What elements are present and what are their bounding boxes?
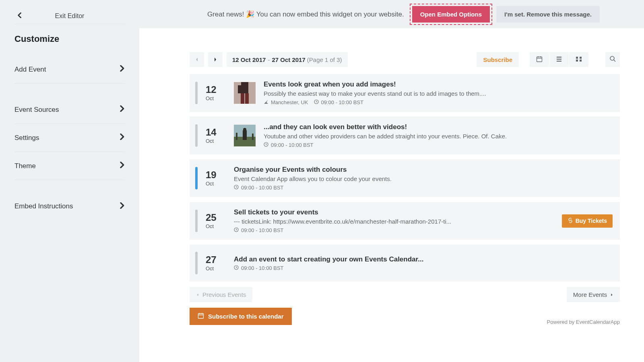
more-events-button[interactable]: More Events [567, 287, 620, 302]
event-card[interactable]: 25OctSell tickets to your events--- tick… [190, 202, 620, 240]
search-icon [609, 56, 616, 64]
clock-icon [264, 142, 268, 148]
powered-by[interactable]: Powered by EventCalendarApp [547, 319, 620, 325]
event-month: Oct [206, 95, 226, 101]
event-title: ...and they can look even better with vi… [264, 123, 613, 131]
event-month: Oct [206, 265, 226, 272]
subscribe-calendar-button[interactable]: Subscribe to this calendar [190, 308, 292, 325]
sidebar-item-add-event[interactable]: Add Event [14, 56, 125, 84]
chevron-right-icon [120, 162, 125, 170]
highlight-frame: Open Embed Options [410, 4, 492, 25]
event-card[interactable]: 14Oct...and they can look even better wi… [190, 117, 620, 154]
prev-page-button[interactable] [190, 52, 204, 67]
svg-rect-8 [580, 57, 582, 59]
event-card[interactable]: 19OctOrganise your Events with coloursEv… [190, 159, 620, 197]
event-thumbnail [234, 125, 256, 146]
event-day: 12 [206, 85, 226, 95]
exit-editor-button[interactable]: Exit Editor [14, 8, 125, 24]
preview-canvas: 12 Oct 2017 - 27 Oct 2017 (Page 1 of 3) … [139, 28, 644, 362]
event-title: Add an event to start creating your own … [234, 255, 613, 263]
footer-bar: Subscribe to this calendar Powered by Ev… [190, 308, 620, 325]
clock-icon [234, 265, 239, 271]
link-icon [568, 218, 573, 224]
previous-events-button[interactable]: Previous Events [190, 287, 252, 302]
event-card[interactable]: 12OctEvents look great when you add imag… [190, 74, 620, 112]
event-time: 09:00 - 10:00 BST [234, 227, 284, 233]
svg-rect-7 [576, 57, 578, 59]
exit-editor-label: Exit Editor [14, 12, 125, 20]
event-meta: Manchester, UK09:00 - 10:00 BST [264, 99, 613, 105]
calendar-icon [198, 313, 204, 320]
sidebar-item-label: Add Event [14, 66, 46, 74]
event-color-strip [195, 167, 198, 189]
svg-rect-15 [241, 93, 244, 104]
event-day: 14 [206, 128, 226, 137]
subscribe-button[interactable]: Subscribe [477, 52, 519, 67]
topbar: Great news! 🎉 You can now embed this wid… [139, 0, 644, 28]
event-card[interactable]: 27OctAdd an event to start creating your… [190, 245, 620, 282]
topbar-message: Great news! 🎉 You can now embed this wid… [207, 10, 404, 19]
sidebar-item-settings[interactable]: Settings [14, 124, 125, 152]
event-day: 27 [206, 255, 226, 265]
more-events-label: More Events [573, 291, 607, 298]
svg-rect-9 [576, 60, 578, 62]
event-color-strip [195, 124, 198, 147]
clock-icon [234, 227, 239, 233]
event-day: 19 [206, 170, 226, 180]
event-color-strip [195, 82, 198, 104]
event-title: Events look great when you add images! [264, 80, 613, 88]
next-page-button[interactable] [208, 52, 223, 67]
event-date: 12Oct [206, 85, 226, 101]
event-thumbnail [234, 82, 256, 104]
event-body: Add an event to start creating your own … [234, 255, 613, 271]
page-info: (Page 1 of 3) [307, 56, 342, 63]
event-body: Events look great when you add images!Po… [264, 80, 613, 105]
date-range[interactable]: 12 Oct 2017 - 27 Oct 2017 (Page 1 of 3) [227, 52, 348, 67]
calendar-view-button[interactable] [530, 52, 549, 67]
event-month: Oct [206, 223, 226, 229]
grid-icon [576, 56, 582, 63]
dismiss-message-button[interactable]: I'm set. Remove this message. [496, 6, 600, 23]
grid-view-button[interactable] [569, 52, 588, 67]
date-to: 27 Oct 2017 [272, 56, 305, 63]
sidebar-item-label: Embed Instructions [14, 202, 73, 210]
svg-rect-24 [252, 134, 254, 140]
event-month: Oct [206, 138, 226, 144]
svg-rect-0 [537, 57, 542, 62]
event-body: ...and they can look even better with vi… [264, 123, 613, 148]
search-button[interactable] [605, 52, 620, 67]
sidebar-item-embed-instructions[interactable]: Embed Instructions [14, 192, 125, 220]
event-color-strip [195, 210, 198, 232]
buy-tickets-button[interactable]: Buy Tickets [562, 214, 613, 228]
sidebar-item-event-sources[interactable]: Event Sources [14, 96, 125, 124]
clock-icon [234, 185, 239, 191]
svg-rect-29 [198, 314, 204, 319]
event-color-strip [195, 252, 198, 274]
event-meta: 09:00 - 10:00 BST [234, 227, 554, 233]
event-time: 09:00 - 10:00 BST [314, 99, 364, 105]
caret-right-icon [610, 291, 613, 298]
open-embed-options-button[interactable]: Open Embed Options [412, 6, 490, 23]
event-body: Sell tickets to your events--- ticketsLi… [234, 208, 554, 233]
chevron-right-icon [120, 65, 125, 74]
location-icon [264, 99, 268, 105]
sidebar: Exit Editor Customize Add Event Event So… [0, 0, 139, 362]
event-date: 19Oct [206, 170, 226, 187]
event-time: 09:00 - 10:00 BST [234, 265, 284, 271]
svg-line-12 [614, 60, 615, 62]
event-location: Manchester, UK [264, 99, 308, 105]
svg-rect-17 [238, 85, 241, 93]
sidebar-item-theme[interactable]: Theme [14, 152, 125, 180]
calendar-icon [536, 56, 543, 64]
event-time: 09:00 - 10:00 BST [264, 142, 314, 148]
event-month: Oct [206, 181, 226, 187]
page-title: Customize [14, 34, 125, 44]
event-date: 27Oct [206, 255, 226, 272]
pagination-row: Previous Events More Events [190, 287, 620, 302]
caret-left-icon [196, 291, 199, 298]
list-view-button[interactable] [549, 52, 569, 67]
events-list: 12OctEvents look great when you add imag… [190, 74, 620, 282]
event-day: 25 [206, 213, 226, 222]
date-from: 12 Oct 2017 [232, 56, 266, 63]
svg-rect-10 [580, 60, 582, 62]
